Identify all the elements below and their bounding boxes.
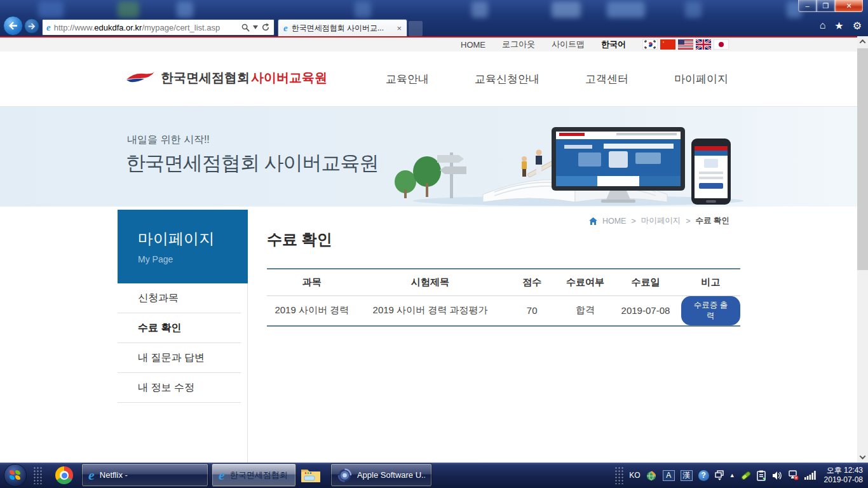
show-hidden-icons-button[interactable]: ▲ — [729, 472, 735, 478]
browser-toolbar-icons: ⌂ ★ ⚙ — [820, 20, 862, 32]
browser-tab[interactable]: e 한국면세점협회 사이버교... × — [278, 19, 407, 36]
taskbar-button-label: 한국면세점협회 ... — [230, 470, 289, 481]
site-header: 한국면세점협회사이버교육원 교육안내 교육신청안내 고객센터 마이페이지 — [0, 51, 857, 107]
scroll-down-button[interactable] — [857, 452, 868, 463]
sidebar-item-enrolled-courses[interactable]: 신청과목 — [118, 283, 241, 313]
minimize-icon: – — [805, 2, 809, 10]
ime-help-icon[interactable]: ? — [698, 470, 709, 481]
taskbar-button-netflix[interactable]: e Netflix - — [81, 463, 208, 487]
restore-button[interactable]: ❐ — [817, 0, 835, 12]
scrollbar-thumb[interactable] — [857, 48, 868, 270]
help-label: ? — [702, 471, 706, 480]
close-icon: ✕ — [846, 2, 851, 10]
site-logo[interactable]: 한국면세점협회사이버교육원 — [125, 69, 327, 86]
taskbar-button-kdfa[interactable]: e 한국면세점협회 ... — [212, 463, 296, 487]
taskbar-button-apple-update[interactable]: Apple Software U... — [330, 463, 432, 487]
language-flags — [642, 39, 729, 50]
page-title: 수료 확인 — [267, 229, 332, 250]
cell-subject: 2019 사이버 경력 — [267, 295, 357, 326]
col-completion-status: 수료여부 — [560, 269, 610, 295]
flag-uk-icon[interactable] — [696, 39, 711, 50]
nav-enrollment-info[interactable]: 교육신청안내 — [475, 72, 539, 86]
nav-mypage[interactable]: 마이페이지 — [674, 72, 728, 86]
language-label[interactable]: 한국어 — [601, 39, 626, 50]
col-subject: 과목 — [267, 269, 357, 295]
breadcrumb-home-link[interactable]: HOME — [602, 217, 627, 226]
tab-close-icon[interactable]: × — [397, 24, 402, 33]
address-bar[interactable]: e http://www.edukdfa.or.kr/mypage/cert_l… — [42, 19, 275, 36]
arrow-right-icon — [28, 23, 36, 30]
volume-icon[interactable] — [772, 471, 782, 480]
forward-button[interactable] — [24, 18, 39, 34]
chrome-icon[interactable] — [54, 465, 74, 485]
kdfa-logo-icon — [125, 70, 156, 86]
utility-home-link[interactable]: HOME — [461, 40, 485, 50]
signal-strength-icon[interactable] — [804, 471, 816, 480]
sidebar-item-completion-check[interactable]: 수료 확인 — [118, 313, 241, 343]
ime-alpha-icon[interactable]: A — [663, 470, 675, 481]
utility-sitemap-link[interactable]: 사이트맵 — [552, 39, 585, 50]
print-certificate-button[interactable]: 수료증 출력 — [681, 296, 740, 325]
back-button[interactable] — [3, 16, 23, 36]
chevron-down-icon — [860, 453, 866, 459]
flag-japan-icon[interactable] — [714, 39, 729, 50]
desktop-icon-hint — [177, 1, 193, 18]
sidebar-subtitle: My Page — [138, 254, 248, 264]
explorer-folder-icon[interactable] — [300, 465, 322, 485]
refresh-icon[interactable] — [261, 23, 270, 32]
flag-usa-icon[interactable] — [678, 39, 693, 50]
sidebar-header: 마이페이지 My Page — [118, 210, 248, 283]
url-text[interactable]: http://www.edukdfa.or.kr/mypage/cert_lis… — [54, 23, 238, 32]
minimize-button[interactable]: – — [798, 0, 817, 12]
ie-page-icon: e — [46, 22, 51, 33]
settings-gear-icon[interactable]: ⚙ — [853, 20, 862, 32]
start-button[interactable] — [4, 464, 27, 487]
update-clipboard-icon[interactable] — [757, 470, 766, 481]
breadcrumb-home-icon[interactable] — [589, 217, 597, 225]
nav-customer-center[interactable]: 고객센터 — [585, 72, 628, 86]
banner-illustration — [388, 113, 750, 207]
utility-logout-link[interactable]: 로그아웃 — [502, 39, 535, 50]
cell-status: 합격 — [560, 295, 610, 326]
banner-tagline: 내일을 위한 시작!! — [127, 133, 210, 147]
new-tab-button[interactable] — [409, 21, 423, 36]
flag-china-icon[interactable] — [660, 39, 675, 50]
col-exam-title: 시험제목 — [357, 269, 504, 295]
taskbar-button-label: Apple Software U... — [357, 470, 425, 480]
close-button[interactable]: ✕ — [835, 0, 863, 12]
tab-title: 한국면세점협회 사이버교... — [292, 23, 393, 34]
sidebar-item-my-questions[interactable]: 내 질문과 답변 — [118, 343, 241, 373]
search-dropdown-icon[interactable] — [253, 25, 258, 29]
ime-language-icon[interactable] — [646, 470, 657, 481]
network-status-icon[interactable] — [788, 470, 799, 480]
search-icon[interactable] — [241, 24, 250, 32]
language-indicator[interactable]: KO — [629, 471, 640, 480]
screen: – ❐ ✕ e http://www.edukdfa.or.kr/mypage/… — [0, 0, 868, 488]
ime-hanja-icon[interactable]: 漢 — [681, 470, 693, 481]
nav-education-info[interactable]: 교육안내 — [386, 72, 429, 86]
taskbar-button-label: Netflix - — [100, 470, 128, 480]
ie-icon: e — [219, 467, 225, 484]
sidebar-item-label: 내 질문과 답변 — [138, 351, 205, 365]
sidebar-item-label: 수료 확인 — [138, 322, 181, 335]
breadcrumb-mypage-link[interactable]: 마이페이지 — [641, 215, 681, 226]
favorites-star-icon[interactable]: ★ — [834, 20, 843, 32]
arrow-left-icon — [8, 22, 18, 30]
clock-time: 오후 12:43 — [824, 466, 863, 475]
scroll-up-button[interactable] — [857, 36, 868, 47]
toolbar-window-icon[interactable] — [715, 470, 724, 480]
sidebar-item-edit-my-info[interactable]: 내 정보 수정 — [118, 373, 241, 403]
window-controls: – ❐ ✕ — [798, 0, 863, 12]
system-tray: KO A 漢 ? ▲ 오후 12 — [614, 463, 868, 488]
breadcrumb-current: 수료 확인 — [696, 215, 729, 226]
page-scrollbar[interactable] — [857, 36, 868, 463]
taskbar-clock[interactable]: 오후 12:43 2019-07-08 — [822, 466, 863, 485]
clock-date: 2019-07-08 — [824, 475, 863, 485]
flag-south-korea-icon[interactable] — [642, 39, 658, 50]
taskbar: e Netflix - e 한국면세점협회 ... Apple Software… — [0, 463, 868, 488]
pill-app-icon[interactable] — [740, 470, 751, 480]
home-icon[interactable]: ⌂ — [820, 20, 826, 32]
table-row: 2019 사이버 경력 2019 사이버 경력 과정평가 70 합격 2019-… — [267, 295, 740, 326]
banner-title: 한국면세점협회 사이버교육원 — [126, 150, 379, 177]
col-completion-date: 수료일 — [610, 269, 681, 295]
